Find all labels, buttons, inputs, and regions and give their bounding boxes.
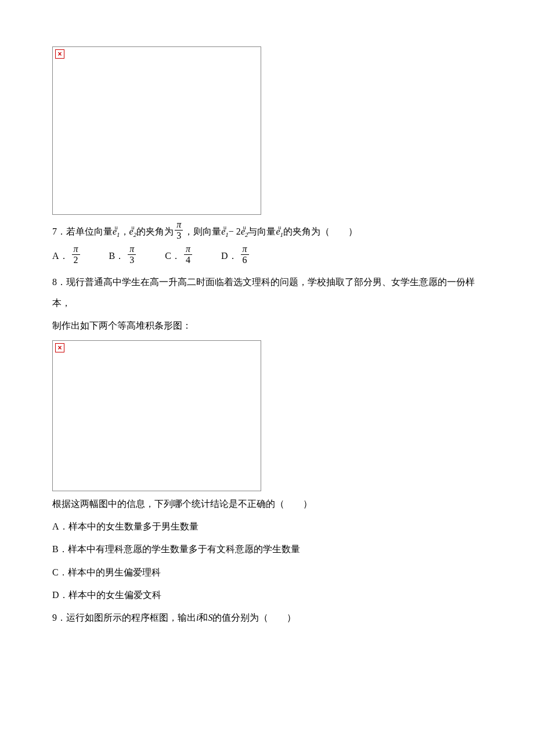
broken-image-icon: ×: [55, 343, 64, 352]
q7-text-5: 的夹角为（ ）: [283, 221, 358, 242]
q9-text-3: 的值分别为（ ）: [212, 613, 296, 622]
option-d[interactable]: D． π 6: [221, 245, 250, 266]
q7-text-4: 与向量: [248, 221, 276, 242]
minus-2: − 2: [229, 221, 241, 242]
q7-text-3: 则向量: [193, 221, 221, 242]
q7-text-1: 若单位向量: [66, 221, 113, 242]
fraction: π 6: [241, 244, 249, 265]
q8-option-a[interactable]: A．样本中的女生数量多于男生数量: [52, 516, 482, 537]
image-placeholder-q6: ×: [52, 46, 261, 215]
fraction-den: 3: [175, 231, 183, 241]
fraction-num: π: [241, 244, 249, 255]
option-label: B．: [109, 246, 125, 266]
vector-arrow: u: [223, 226, 226, 229]
fraction-den: 6: [241, 255, 249, 265]
q7-options: A． π 2 B． π 3 C． π 4 D． π 6: [52, 245, 482, 266]
fraction-den: 4: [184, 255, 192, 265]
vector-sub: 2: [245, 231, 248, 238]
question-8-prompt: 根据这两幅图中的信息，下列哪个统计结论是不正确的（ ）: [52, 494, 482, 514]
option-c[interactable]: C． π 4: [165, 245, 193, 266]
q7-number: 7．: [52, 221, 66, 242]
option-label: C．: [165, 246, 181, 266]
option-b[interactable]: B． π 3: [109, 245, 138, 266]
vector-e2: u e2: [241, 225, 248, 237]
vector-e1: u e1: [276, 225, 283, 237]
q8-number: 8．: [52, 277, 66, 287]
question-9: 9．运行如图所示的程序框图，输出i和S的值分别为（ ）: [52, 607, 482, 628]
q8-option-b[interactable]: B．样本中有理科意愿的学生数量多于有文科意愿的学生数量: [52, 539, 482, 559]
vector-arrow: u: [131, 226, 134, 229]
question-8-line1: 8．现行普通高中学生在高一升高二时面临着选文理科的问题，学校抽取了部分男、女学生…: [52, 272, 482, 312]
fraction-num: π: [184, 244, 192, 255]
image-placeholder-q8: ×: [52, 340, 261, 491]
comma: ，: [184, 221, 193, 242]
fraction-den: 3: [128, 255, 136, 265]
vector-sub: 1: [280, 231, 284, 238]
vector-e2: u e2: [129, 225, 137, 237]
vector-sub: 1: [225, 231, 229, 238]
fraction-num: π: [72, 244, 80, 255]
q8-option-d[interactable]: D．样本中的女生偏爱文科: [52, 585, 482, 605]
option-label: A．: [52, 246, 68, 266]
fraction-num: π: [128, 244, 136, 255]
question-8-line2: 制作出如下两个等高堆积条形图：: [52, 315, 482, 336]
fraction: π 3: [128, 244, 136, 265]
q9-number: 9．: [52, 613, 66, 622]
comma: ，: [120, 221, 129, 242]
fraction-den: 2: [72, 255, 80, 265]
option-a[interactable]: A． π 2: [52, 245, 81, 266]
q7-text-2: 的夹角为: [136, 221, 174, 242]
q9-text-2: 和: [199, 613, 208, 622]
vector-sub: 1: [117, 231, 120, 238]
q8-text1: 现行普通高中学生在高一升高二时面临着选文理科的问题，学校抽取了部分男、女学生意愿…: [52, 277, 475, 307]
fraction-num: π: [175, 219, 183, 231]
fraction-pi-3: π 3: [175, 219, 183, 240]
vector-e1: u e1: [221, 225, 229, 237]
vector-e1: u e1: [113, 225, 120, 237]
question-7: 7． 若单位向量 u e1 ， u e2 的夹角为 π 3 ， 则向量 u e1…: [52, 221, 482, 242]
vector-arrow: u: [278, 226, 281, 229]
vector-arrow: u: [115, 226, 118, 229]
vector-sub: 2: [134, 231, 137, 238]
fraction: π 2: [72, 244, 80, 265]
q8-option-c[interactable]: C．样本中的男生偏爱理科: [52, 562, 482, 582]
vector-arrow: u: [243, 226, 246, 229]
fraction: π 4: [184, 244, 192, 265]
q9-text-1: 运行如图所示的程序框图，输出: [66, 613, 196, 622]
broken-image-icon: ×: [55, 49, 64, 59]
option-label: D．: [221, 246, 237, 266]
